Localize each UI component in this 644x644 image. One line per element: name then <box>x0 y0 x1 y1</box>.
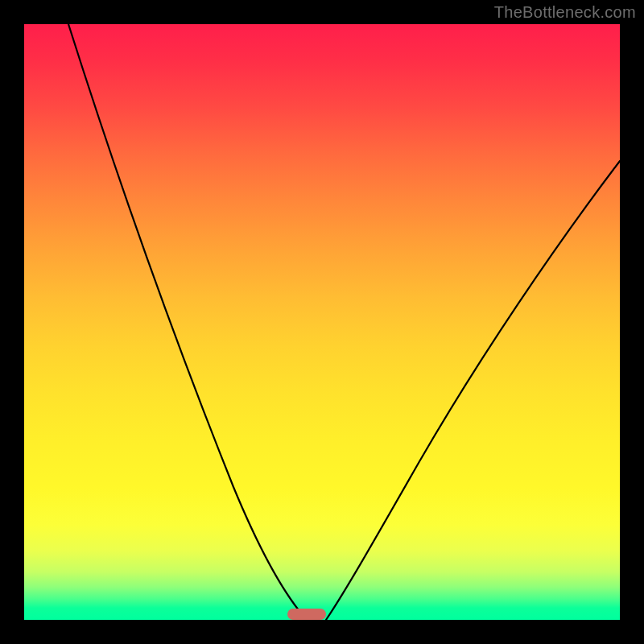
watermark-text: TheBottleneck.com <box>494 3 636 22</box>
bottleneck-curve <box>24 24 620 620</box>
chart-frame: TheBottleneck.com <box>0 0 644 644</box>
gradient-plot-area <box>24 24 620 620</box>
optimal-range-marker <box>287 609 326 620</box>
curve-right <box>326 161 620 620</box>
curve-left <box>68 24 307 620</box>
